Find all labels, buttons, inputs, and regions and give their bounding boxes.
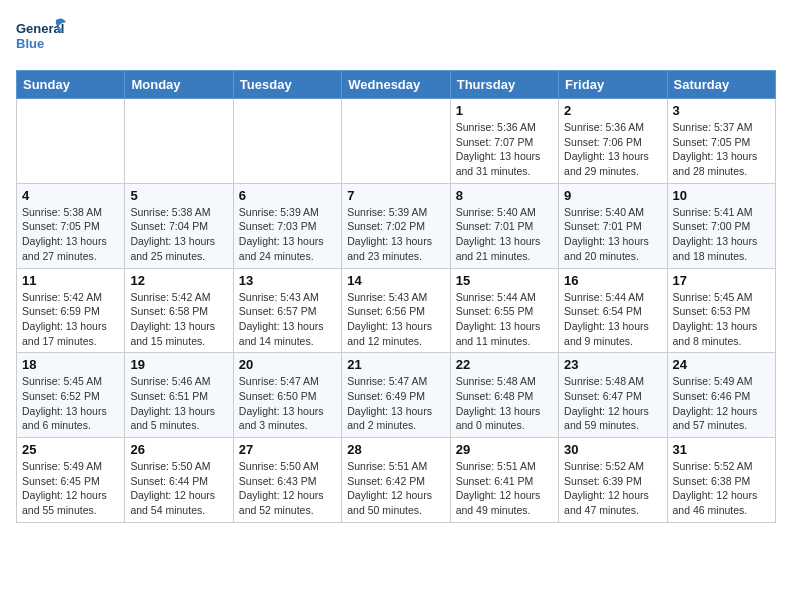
calendar-cell: 29Sunrise: 5:51 AM Sunset: 6:41 PM Dayli…	[450, 438, 558, 523]
day-detail: Sunrise: 5:44 AM Sunset: 6:55 PM Dayligh…	[456, 290, 553, 349]
calendar-week-row-5: 25Sunrise: 5:49 AM Sunset: 6:45 PM Dayli…	[17, 438, 776, 523]
calendar-cell: 4Sunrise: 5:38 AM Sunset: 7:05 PM Daylig…	[17, 183, 125, 268]
weekday-header-monday: Monday	[125, 71, 233, 99]
calendar-cell: 5Sunrise: 5:38 AM Sunset: 7:04 PM Daylig…	[125, 183, 233, 268]
day-number: 28	[347, 442, 444, 457]
calendar-cell	[125, 99, 233, 184]
day-detail: Sunrise: 5:36 AM Sunset: 7:06 PM Dayligh…	[564, 120, 661, 179]
day-number: 7	[347, 188, 444, 203]
day-number: 17	[673, 273, 770, 288]
calendar-cell: 22Sunrise: 5:48 AM Sunset: 6:48 PM Dayli…	[450, 353, 558, 438]
calendar-cell: 1Sunrise: 5:36 AM Sunset: 7:07 PM Daylig…	[450, 99, 558, 184]
day-number: 8	[456, 188, 553, 203]
day-detail: Sunrise: 5:45 AM Sunset: 6:52 PM Dayligh…	[22, 374, 119, 433]
day-detail: Sunrise: 5:38 AM Sunset: 7:04 PM Dayligh…	[130, 205, 227, 264]
day-detail: Sunrise: 5:47 AM Sunset: 6:50 PM Dayligh…	[239, 374, 336, 433]
day-number: 30	[564, 442, 661, 457]
page-header: General Blue	[16, 16, 776, 58]
calendar-table: SundayMondayTuesdayWednesdayThursdayFrid…	[16, 70, 776, 523]
calendar-cell: 26Sunrise: 5:50 AM Sunset: 6:44 PM Dayli…	[125, 438, 233, 523]
day-detail: Sunrise: 5:50 AM Sunset: 6:44 PM Dayligh…	[130, 459, 227, 518]
calendar-cell: 31Sunrise: 5:52 AM Sunset: 6:38 PM Dayli…	[667, 438, 775, 523]
calendar-cell: 6Sunrise: 5:39 AM Sunset: 7:03 PM Daylig…	[233, 183, 341, 268]
day-detail: Sunrise: 5:44 AM Sunset: 6:54 PM Dayligh…	[564, 290, 661, 349]
day-detail: Sunrise: 5:49 AM Sunset: 6:45 PM Dayligh…	[22, 459, 119, 518]
day-number: 6	[239, 188, 336, 203]
day-detail: Sunrise: 5:42 AM Sunset: 6:58 PM Dayligh…	[130, 290, 227, 349]
day-number: 26	[130, 442, 227, 457]
day-detail: Sunrise: 5:50 AM Sunset: 6:43 PM Dayligh…	[239, 459, 336, 518]
weekday-header-friday: Friday	[559, 71, 667, 99]
day-number: 15	[456, 273, 553, 288]
day-detail: Sunrise: 5:42 AM Sunset: 6:59 PM Dayligh…	[22, 290, 119, 349]
calendar-cell: 24Sunrise: 5:49 AM Sunset: 6:46 PM Dayli…	[667, 353, 775, 438]
day-detail: Sunrise: 5:43 AM Sunset: 6:56 PM Dayligh…	[347, 290, 444, 349]
calendar-cell: 13Sunrise: 5:43 AM Sunset: 6:57 PM Dayli…	[233, 268, 341, 353]
day-number: 13	[239, 273, 336, 288]
day-detail: Sunrise: 5:40 AM Sunset: 7:01 PM Dayligh…	[564, 205, 661, 264]
day-number: 5	[130, 188, 227, 203]
day-number: 12	[130, 273, 227, 288]
calendar-cell	[233, 99, 341, 184]
weekday-header-tuesday: Tuesday	[233, 71, 341, 99]
weekday-header-wednesday: Wednesday	[342, 71, 450, 99]
day-detail: Sunrise: 5:48 AM Sunset: 6:48 PM Dayligh…	[456, 374, 553, 433]
day-number: 16	[564, 273, 661, 288]
day-number: 11	[22, 273, 119, 288]
weekday-header-saturday: Saturday	[667, 71, 775, 99]
calendar-week-row-3: 11Sunrise: 5:42 AM Sunset: 6:59 PM Dayli…	[17, 268, 776, 353]
calendar-cell: 7Sunrise: 5:39 AM Sunset: 7:02 PM Daylig…	[342, 183, 450, 268]
day-detail: Sunrise: 5:43 AM Sunset: 6:57 PM Dayligh…	[239, 290, 336, 349]
day-number: 19	[130, 357, 227, 372]
day-number: 25	[22, 442, 119, 457]
weekday-header-thursday: Thursday	[450, 71, 558, 99]
day-number: 22	[456, 357, 553, 372]
calendar-week-row-2: 4Sunrise: 5:38 AM Sunset: 7:05 PM Daylig…	[17, 183, 776, 268]
day-detail: Sunrise: 5:46 AM Sunset: 6:51 PM Dayligh…	[130, 374, 227, 433]
day-detail: Sunrise: 5:52 AM Sunset: 6:38 PM Dayligh…	[673, 459, 770, 518]
calendar-cell: 19Sunrise: 5:46 AM Sunset: 6:51 PM Dayli…	[125, 353, 233, 438]
calendar-cell: 20Sunrise: 5:47 AM Sunset: 6:50 PM Dayli…	[233, 353, 341, 438]
calendar-cell: 9Sunrise: 5:40 AM Sunset: 7:01 PM Daylig…	[559, 183, 667, 268]
day-number: 27	[239, 442, 336, 457]
day-number: 24	[673, 357, 770, 372]
day-detail: Sunrise: 5:41 AM Sunset: 7:00 PM Dayligh…	[673, 205, 770, 264]
calendar-cell	[17, 99, 125, 184]
day-detail: Sunrise: 5:38 AM Sunset: 7:05 PM Dayligh…	[22, 205, 119, 264]
day-number: 31	[673, 442, 770, 457]
day-detail: Sunrise: 5:37 AM Sunset: 7:05 PM Dayligh…	[673, 120, 770, 179]
calendar-cell: 12Sunrise: 5:42 AM Sunset: 6:58 PM Dayli…	[125, 268, 233, 353]
calendar-cell	[342, 99, 450, 184]
day-number: 9	[564, 188, 661, 203]
day-detail: Sunrise: 5:39 AM Sunset: 7:03 PM Dayligh…	[239, 205, 336, 264]
day-number: 20	[239, 357, 336, 372]
day-detail: Sunrise: 5:39 AM Sunset: 7:02 PM Dayligh…	[347, 205, 444, 264]
calendar-cell: 18Sunrise: 5:45 AM Sunset: 6:52 PM Dayli…	[17, 353, 125, 438]
day-detail: Sunrise: 5:52 AM Sunset: 6:39 PM Dayligh…	[564, 459, 661, 518]
calendar-cell: 16Sunrise: 5:44 AM Sunset: 6:54 PM Dayli…	[559, 268, 667, 353]
day-detail: Sunrise: 5:51 AM Sunset: 6:42 PM Dayligh…	[347, 459, 444, 518]
logo: General Blue	[16, 16, 68, 58]
calendar-cell: 10Sunrise: 5:41 AM Sunset: 7:00 PM Dayli…	[667, 183, 775, 268]
day-number: 2	[564, 103, 661, 118]
calendar-cell: 21Sunrise: 5:47 AM Sunset: 6:49 PM Dayli…	[342, 353, 450, 438]
day-number: 21	[347, 357, 444, 372]
svg-text:Blue: Blue	[16, 36, 44, 51]
weekday-header-sunday: Sunday	[17, 71, 125, 99]
day-detail: Sunrise: 5:40 AM Sunset: 7:01 PM Dayligh…	[456, 205, 553, 264]
day-detail: Sunrise: 5:51 AM Sunset: 6:41 PM Dayligh…	[456, 459, 553, 518]
calendar-cell: 8Sunrise: 5:40 AM Sunset: 7:01 PM Daylig…	[450, 183, 558, 268]
calendar-week-row-4: 18Sunrise: 5:45 AM Sunset: 6:52 PM Dayli…	[17, 353, 776, 438]
calendar-cell: 28Sunrise: 5:51 AM Sunset: 6:42 PM Dayli…	[342, 438, 450, 523]
calendar-cell: 23Sunrise: 5:48 AM Sunset: 6:47 PM Dayli…	[559, 353, 667, 438]
calendar-cell: 14Sunrise: 5:43 AM Sunset: 6:56 PM Dayli…	[342, 268, 450, 353]
day-number: 29	[456, 442, 553, 457]
day-detail: Sunrise: 5:47 AM Sunset: 6:49 PM Dayligh…	[347, 374, 444, 433]
calendar-cell: 3Sunrise: 5:37 AM Sunset: 7:05 PM Daylig…	[667, 99, 775, 184]
logo-container: General Blue	[16, 16, 68, 58]
day-number: 14	[347, 273, 444, 288]
day-number: 4	[22, 188, 119, 203]
day-number: 10	[673, 188, 770, 203]
logo-icon: General Blue	[16, 16, 68, 58]
calendar-cell: 11Sunrise: 5:42 AM Sunset: 6:59 PM Dayli…	[17, 268, 125, 353]
